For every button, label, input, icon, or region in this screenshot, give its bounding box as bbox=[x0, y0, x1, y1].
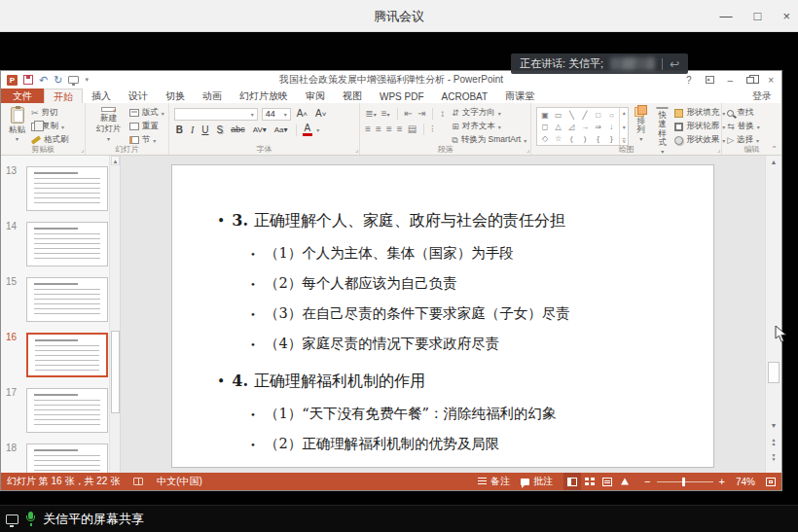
justify-icon[interactable]: ≡ bbox=[397, 124, 403, 134]
save-icon[interactable] bbox=[23, 75, 33, 85]
sign-in-link[interactable]: 登录 bbox=[752, 89, 781, 103]
tab-view[interactable]: 视图 bbox=[334, 89, 371, 103]
bullets-icon[interactable]: ≣▾ bbox=[365, 109, 376, 119]
arrange-button[interactable]: 排列▾ bbox=[632, 106, 650, 144]
tab-home[interactable]: 开始 bbox=[44, 89, 83, 103]
underline-button[interactable]: U bbox=[200, 124, 210, 136]
new-slide-button[interactable]: 新建 幻灯片 ▾ bbox=[91, 106, 126, 144]
slide-scrollbar-thumb[interactable] bbox=[768, 362, 780, 383]
change-case-button[interactable]: Aa▾ bbox=[272, 124, 290, 136]
slide-16-content[interactable]: •3.正确理解个人、家庭、政府与社会的责任分担 •（1）个人为主体、集体（国家）… bbox=[171, 164, 714, 468]
undo-icon[interactable]: ↶ bbox=[39, 75, 48, 86]
language-indicator[interactable]: 中文(中国) bbox=[157, 475, 202, 488]
character-spacing-button[interactable]: AV▾ bbox=[251, 124, 269, 136]
minimize-icon[interactable]: — bbox=[720, 9, 733, 23]
tab-wps-pdf[interactable]: WPS PDF bbox=[371, 89, 433, 103]
qat-overflow-icon[interactable]: ▾ bbox=[85, 76, 89, 84]
scroll-down-icon[interactable]: ▼ bbox=[768, 420, 780, 432]
tab-rain-classroom[interactable]: 雨课堂 bbox=[496, 89, 543, 103]
text-shadow-button[interactable]: S bbox=[214, 124, 225, 136]
align-left-icon[interactable]: ≡ bbox=[365, 124, 371, 134]
comments-button[interactable]: 批注 bbox=[521, 475, 553, 488]
paste-button[interactable]: 粘贴 ▾ bbox=[6, 106, 28, 144]
shape-outline-button[interactable]: 形状轮廓▾ bbox=[674, 121, 725, 132]
dialog-launcher-icon[interactable]: ⌟ bbox=[81, 146, 84, 154]
slide-canvas[interactable]: •3.正确理解个人、家庭、政府与社会的责任分担 •（1）个人为主体、集体（国家）… bbox=[121, 156, 765, 473]
reading-view-button[interactable] bbox=[598, 473, 616, 490]
spellcheck-icon[interactable] bbox=[133, 478, 143, 485]
powerpoint-logo-icon[interactable]: P bbox=[7, 75, 18, 86]
collapse-toast-icon[interactable]: ↩ bbox=[670, 58, 679, 70]
ppt-minimize-icon[interactable]: – bbox=[728, 75, 734, 86]
next-slide-icon[interactable]: ▼▼ bbox=[768, 453, 780, 461]
zoom-percentage[interactable]: 74% bbox=[736, 477, 755, 487]
tab-design[interactable]: 设计 bbox=[120, 89, 157, 103]
cut-button[interactable]: ✂剪切 bbox=[31, 107, 69, 119]
tab-review[interactable]: 审阅 bbox=[297, 89, 334, 103]
layout-button[interactable]: 版式▾ bbox=[129, 107, 164, 119]
tab-file[interactable]: 文件 bbox=[1, 89, 44, 103]
font-name-combobox[interactable]: ▾ bbox=[174, 108, 258, 121]
scroll-up-icon[interactable]: ▲ bbox=[111, 156, 120, 165]
zoom-slider-thumb[interactable] bbox=[682, 478, 685, 486]
reset-button[interactable]: 重置 bbox=[129, 121, 164, 132]
ppt-close-icon[interactable]: × bbox=[768, 75, 774, 86]
previous-slide-icon[interactable]: ▲▲ bbox=[768, 438, 780, 445]
decrease-indent-icon[interactable]: ⇤ bbox=[405, 109, 413, 119]
zoom-in-icon[interactable]: + bbox=[719, 477, 725, 487]
align-center-icon[interactable]: ≡ bbox=[376, 124, 381, 134]
zoom-out-icon[interactable]: − bbox=[644, 477, 650, 487]
align-right-icon[interactable]: ≡ bbox=[386, 124, 392, 134]
ribbon-tab-row: 文件 开始 插入 设计 切换 动画 幻灯片放映 审阅 视图 WPS PDF AC… bbox=[1, 89, 781, 103]
scroll-up-icon[interactable]: ▲ bbox=[768, 157, 780, 168]
text-direction-button[interactable]: ⇵文字方向▾ bbox=[452, 107, 526, 119]
copy-button[interactable]: 复制▾ bbox=[31, 121, 69, 132]
close-icon[interactable]: × bbox=[782, 9, 790, 23]
line-spacing-icon[interactable]: ↕ bbox=[440, 109, 445, 119]
tab-transitions[interactable]: 切换 bbox=[157, 89, 194, 103]
font-color-button[interactable]: A bbox=[303, 124, 313, 136]
thumbnail-scrollbar[interactable]: ▲ bbox=[109, 156, 120, 473]
quick-styles-button[interactable]: 快速样式▾ bbox=[653, 106, 671, 144]
help-icon[interactable]: ? bbox=[686, 75, 692, 86]
find-button[interactable]: 查找 bbox=[727, 107, 760, 119]
tab-insert[interactable]: 插入 bbox=[83, 89, 120, 103]
font-size-combobox[interactable]: 44▾ bbox=[262, 108, 291, 121]
collapse-ribbon-icon[interactable]: ⌃ bbox=[771, 145, 778, 154]
numbering-icon[interactable]: ≡▾ bbox=[381, 109, 390, 119]
slideshow-view-button[interactable] bbox=[616, 473, 634, 490]
shapes-gallery[interactable]: ▣▭╲╱□○ ◻△◿→⇒↓ ◇☆(){} ▴▾⊽ bbox=[536, 107, 629, 146]
zoom-slider[interactable] bbox=[657, 481, 713, 482]
align-text-button[interactable]: ⊞对齐文本▾ bbox=[452, 121, 526, 132]
slide-scrollbar[interactable]: ▲ ▼ ▲▲ ▼▼ bbox=[765, 156, 781, 473]
replace-button[interactable]: ⇆替换▾ bbox=[727, 121, 760, 132]
shrink-font-button[interactable]: A˅ bbox=[313, 107, 328, 121]
strikethrough-button[interactable]: abc bbox=[229, 124, 247, 136]
thumbnail-scrollbar-thumb[interactable] bbox=[111, 331, 120, 413]
zoom-control: − + bbox=[644, 477, 725, 487]
ppt-statusbar: 幻灯片 第 16 张，共 22 张 中文(中国) 备注 批注 − + bbox=[1, 473, 781, 490]
tab-slideshow[interactable]: 幻灯片放映 bbox=[231, 89, 297, 103]
shape-fill-button[interactable]: 形状填充▾ bbox=[674, 107, 725, 119]
tab-animations[interactable]: 动画 bbox=[194, 89, 231, 103]
increase-indent-icon[interactable]: ⇥ bbox=[417, 109, 425, 119]
notes-button[interactable]: 备注 bbox=[478, 475, 510, 488]
fit-slide-to-window-icon[interactable] bbox=[766, 478, 776, 486]
text-columns-icon[interactable]: ⫶ bbox=[431, 124, 434, 134]
italic-button[interactable]: I bbox=[189, 124, 196, 136]
normal-view-button[interactable] bbox=[563, 473, 581, 490]
slide-sorter-view-button[interactable] bbox=[581, 473, 598, 490]
ribbon-display-options-icon[interactable] bbox=[706, 76, 714, 84]
dialog-launcher-icon[interactable]: ⌟ bbox=[717, 146, 720, 154]
bold-button[interactable]: B bbox=[174, 124, 185, 136]
columns-icon[interactable]: ▤ bbox=[408, 124, 417, 134]
maximize-icon[interactable]: □ bbox=[754, 9, 762, 23]
start-presentation-icon[interactable] bbox=[68, 76, 79, 84]
shapes-scroll[interactable]: ▴▾⊽ bbox=[619, 108, 628, 145]
redo-icon[interactable]: ↻ bbox=[54, 75, 62, 86]
dialog-launcher-icon[interactable]: ⌟ bbox=[526, 146, 529, 154]
ppt-restore-icon[interactable] bbox=[746, 77, 754, 84]
tab-acrobat[interactable]: ACROBAT bbox=[433, 89, 497, 103]
grow-font-button[interactable]: A˄ bbox=[295, 107, 309, 121]
dialog-launcher-icon[interactable]: ⌟ bbox=[355, 146, 358, 154]
